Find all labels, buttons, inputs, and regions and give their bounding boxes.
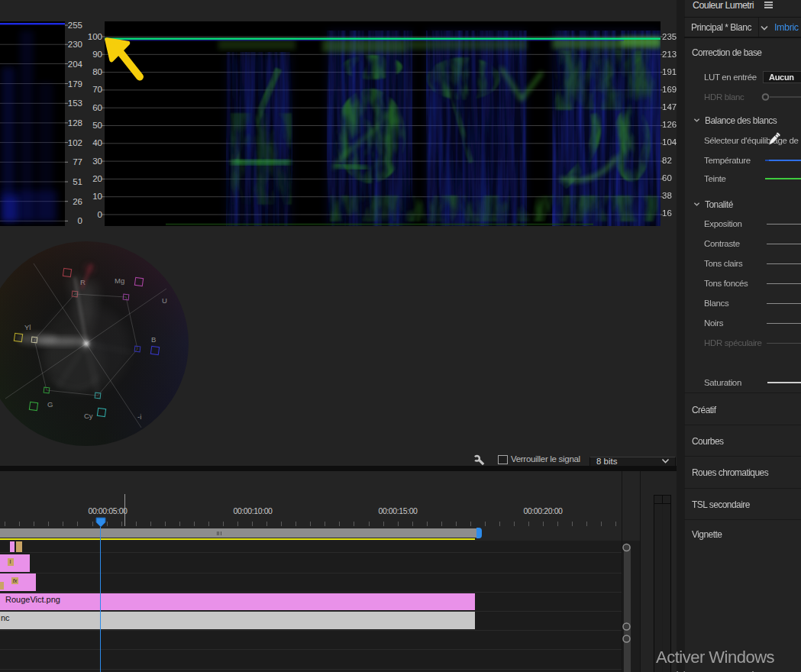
svg-text:U: U [162,296,167,305]
svg-text:B: B [151,335,156,344]
svg-text:-i: -i [137,412,141,421]
svg-text:G: G [47,400,53,409]
svg-text:Cy: Cy [84,412,93,420]
svg-text:Mg: Mg [115,276,124,285]
svg-text:Yl: Yl [24,323,31,331]
